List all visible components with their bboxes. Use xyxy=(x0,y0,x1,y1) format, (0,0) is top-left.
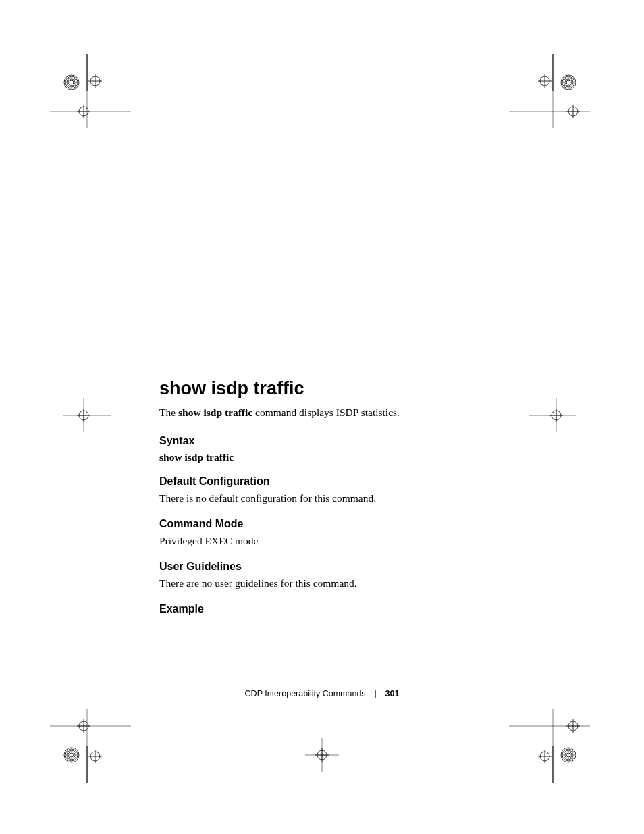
crop-mark-top-left xyxy=(43,54,131,128)
svg-point-41 xyxy=(68,752,75,758)
heading-syntax: Syntax xyxy=(159,435,510,447)
crop-mark-bottom-right xyxy=(509,709,597,783)
desc-bold: show isdp traffic xyxy=(178,407,252,418)
syntax-body: show isdp traffic xyxy=(159,451,510,463)
heading-command-mode: Command Mode xyxy=(159,518,510,530)
svg-point-14 xyxy=(561,75,576,90)
svg-point-38 xyxy=(64,748,79,762)
desc-prefix: The xyxy=(159,407,178,418)
svg-point-18 xyxy=(566,80,570,84)
crop-mark-mid-left xyxy=(57,398,111,432)
svg-point-52 xyxy=(561,748,576,762)
footer-page-number: 301 xyxy=(385,689,400,698)
command-title: show isdp traffic xyxy=(159,378,510,399)
svg-point-53 xyxy=(562,749,574,761)
default-config-body: There is no default configuration for th… xyxy=(159,492,510,506)
user-guidelines-body: There are no user guidelines for this co… xyxy=(159,577,510,591)
svg-point-3 xyxy=(68,79,75,86)
svg-point-56 xyxy=(566,753,570,757)
svg-point-1 xyxy=(65,76,78,88)
heading-default-config: Default Configuration xyxy=(159,475,510,488)
desc-suffix: command displays ISDP statistics. xyxy=(252,407,400,418)
crop-mark-mid-right xyxy=(529,398,583,432)
svg-point-42 xyxy=(70,753,74,757)
svg-point-4 xyxy=(70,80,74,84)
svg-point-39 xyxy=(65,749,78,761)
heading-user-guidelines: User Guidelines xyxy=(159,561,510,573)
command-mode-body: Privileged EXEC mode xyxy=(159,534,510,548)
svg-point-15 xyxy=(562,76,574,88)
command-description: The show isdp traffic command displays I… xyxy=(159,406,510,420)
svg-point-55 xyxy=(565,752,572,758)
crop-mark-bottom-center xyxy=(305,738,339,772)
crop-mark-bottom-left xyxy=(43,709,131,783)
svg-point-0 xyxy=(64,75,79,90)
footer-separator: | xyxy=(368,689,383,698)
footer-chapter: CDP Interoperability Commands xyxy=(245,689,366,698)
crop-mark-top-right xyxy=(509,54,597,128)
page-footer: CDP Interoperability Commands | 301 xyxy=(0,689,644,698)
heading-example: Example xyxy=(159,603,510,615)
svg-point-17 xyxy=(565,79,572,86)
content-region: show isdp traffic The show isdp traffic … xyxy=(159,378,510,619)
